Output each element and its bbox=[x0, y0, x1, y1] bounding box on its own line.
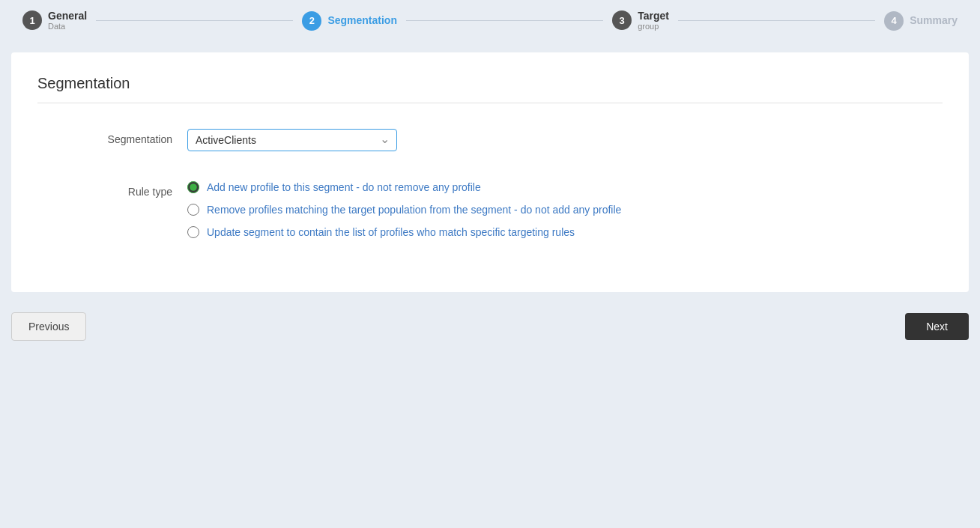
radio-item-3[interactable]: Update segment to contain the list of pr… bbox=[187, 226, 943, 238]
step-2-label: Segmentation bbox=[327, 14, 397, 27]
radio-input-3[interactable] bbox=[187, 226, 199, 238]
step-line-2 bbox=[406, 20, 603, 21]
step-1-sub: Data bbox=[48, 22, 87, 31]
step-3-name: Target bbox=[638, 10, 669, 22]
segmentation-row: Segmentation ActiveClients bbox=[37, 117, 943, 151]
step-1: 1 General Data bbox=[22, 10, 87, 32]
step-2-name: Segmentation bbox=[327, 14, 397, 27]
step-1-circle: 1 bbox=[22, 10, 42, 30]
step-2: 2 Segmentation bbox=[302, 11, 397, 31]
step-1-name: General bbox=[48, 10, 87, 22]
step-line-1 bbox=[96, 20, 293, 21]
step-4-name: Summary bbox=[910, 14, 958, 27]
radio-input-1[interactable] bbox=[187, 181, 199, 193]
radio-label-3: Update segment to contain the list of pr… bbox=[207, 226, 575, 238]
page-title: Segmentation bbox=[37, 75, 943, 103]
step-1-label: General Data bbox=[48, 10, 87, 32]
step-3-circle: 3 bbox=[612, 10, 632, 30]
segmentation-select[interactable]: ActiveClients bbox=[187, 129, 397, 151]
radio-label-2: Remove profiles matching the target popu… bbox=[207, 204, 621, 216]
previous-button[interactable]: Previous bbox=[11, 312, 86, 341]
radio-input-2[interactable] bbox=[187, 204, 199, 216]
step-2-circle: 2 bbox=[302, 11, 321, 31]
radio-item-1[interactable]: Add new profile to this segment - do not… bbox=[187, 181, 943, 193]
rule-type-row: Rule type Add new profile to this segmen… bbox=[37, 169, 943, 238]
rule-type-label: Rule type bbox=[37, 181, 187, 198]
segmentation-select-wrapper: ActiveClients bbox=[187, 129, 397, 151]
next-button[interactable]: Next bbox=[905, 313, 969, 340]
step-3-label: Target group bbox=[638, 10, 669, 32]
stepper: 1 General Data 2 Segmentation 3 Target g… bbox=[0, 0, 980, 41]
rule-type-control: Add new profile to this segment - do not… bbox=[187, 181, 943, 238]
step-4-circle: 4 bbox=[884, 11, 904, 31]
step-4: 4 Summary bbox=[884, 11, 958, 31]
step-line-3 bbox=[678, 20, 875, 21]
step-3: 3 Target group bbox=[612, 10, 669, 32]
step-3-sub: group bbox=[638, 22, 669, 31]
radio-group: Add new profile to this segment - do not… bbox=[187, 181, 943, 238]
footer-bar: Previous Next bbox=[0, 303, 980, 350]
radio-item-2[interactable]: Remove profiles matching the target popu… bbox=[187, 204, 943, 216]
main-card: Segmentation Segmentation ActiveClients … bbox=[11, 52, 969, 292]
segmentation-field-label: Segmentation bbox=[37, 129, 187, 145]
radio-label-1: Add new profile to this segment - do not… bbox=[207, 181, 481, 193]
segmentation-control: ActiveClients bbox=[187, 129, 943, 151]
step-4-label: Summary bbox=[910, 14, 958, 27]
